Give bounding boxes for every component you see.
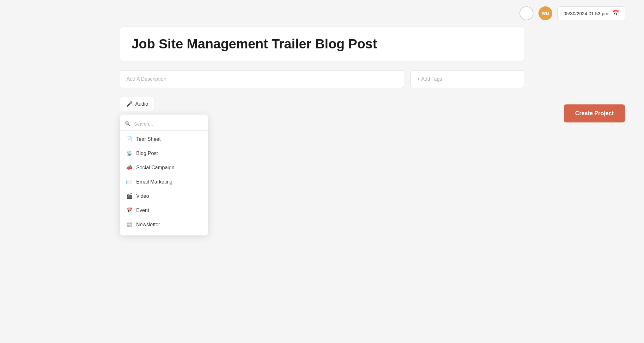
dropdown-item-email-marketing[interactable]: ✉️ Email Marketing [120, 175, 208, 189]
mic-icon: 🎤 [126, 101, 133, 107]
event-label: Event [136, 208, 149, 213]
video-label: Video [136, 193, 149, 199]
dropdown-item-blog-post[interactable]: 📡 Blog Post [120, 146, 208, 160]
blog-post-label: Blog Post [136, 151, 158, 156]
main-content: Job Site Management Trailer Blog Post 🎤 … [101, 27, 543, 111]
newsletter-icon: 📰 [126, 221, 132, 228]
page-wrapper: WD 05/30/2024 01:53 pm 📅 Job Site Manage… [0, 0, 644, 343]
search-icon: 🔍 [125, 121, 131, 127]
event-icon: 📅 [126, 207, 132, 213]
email-marketing-icon: ✉️ [126, 179, 132, 185]
tags-input[interactable] [410, 70, 524, 88]
audio-button-label: Audio [135, 101, 148, 107]
description-input[interactable] [120, 70, 404, 88]
type-section: 🎤 Audio 🔍 📄 Tear Sheet 📡 Blog Post [120, 97, 524, 111]
dropdown-item-event[interactable]: 📅 Event [120, 203, 208, 217]
header-bar: WD 05/30/2024 01:53 pm 📅 [0, 0, 644, 27]
video-icon: 🎬 [126, 193, 132, 199]
title-box: Job Site Management Trailer Blog Post [120, 27, 524, 61]
tear-sheet-label: Tear Sheet [136, 136, 161, 142]
datetime-text: 05/30/2024 01:53 pm [563, 11, 608, 16]
social-campaign-label: Social Campaign [136, 165, 174, 171]
dropdown-item-social-campaign[interactable]: 📣 Social Campaign [120, 160, 208, 175]
tear-sheet-icon: 📄 [126, 136, 132, 142]
dropdown-search-input[interactable] [134, 121, 203, 127]
avatar: WD [538, 6, 552, 20]
audio-type-button[interactable]: 🎤 Audio [120, 97, 155, 111]
page-title: Job Site Management Trailer Blog Post [131, 36, 513, 52]
dropdown-menu: 🔍 📄 Tear Sheet 📡 Blog Post 📣 Social Camp… [120, 115, 208, 235]
email-marketing-label: Email Marketing [136, 179, 173, 185]
dropdown-item-video[interactable]: 🎬 Video [120, 189, 208, 203]
dropdown-item-newsletter[interactable]: 📰 Newsletter [120, 217, 208, 232]
create-project-button[interactable]: Create Project [564, 104, 625, 122]
avatar-empty [519, 6, 533, 20]
newsletter-label: Newsletter [136, 222, 160, 228]
blog-post-icon: 📡 [126, 150, 132, 156]
social-campaign-icon: 📣 [126, 165, 132, 171]
dropdown-search-row: 🔍 [120, 118, 208, 131]
dropdown-item-tear-sheet[interactable]: 📄 Tear Sheet [120, 132, 208, 146]
fields-row [120, 70, 524, 88]
calendar-icon: 📅 [612, 10, 619, 17]
datetime-box: 05/30/2024 01:53 pm 📅 [557, 6, 625, 20]
